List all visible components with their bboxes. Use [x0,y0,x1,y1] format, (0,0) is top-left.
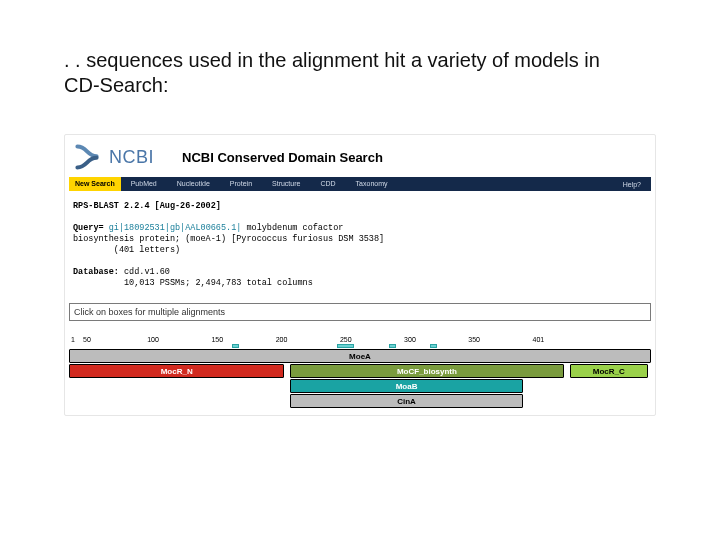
ncbi-logo: NCBI [71,143,154,171]
page-title: NCBI Conserved Domain Search [182,150,383,165]
multi-align-tip-field [69,303,651,321]
domain-track-row2: MocR_N MoCF_biosynth MocR_C [69,364,651,378]
ruler-tick: 250 [340,336,404,343]
ruler-tick: 50 [83,336,147,343]
nav-help[interactable]: Help? [613,181,651,188]
ruler-tick: 1 [71,336,83,343]
domain-label: MocR_N [161,367,193,376]
domain-label: MoCF_biosynth [397,367,457,376]
slide-heading: . . sequences used in the alignment hit … [64,48,624,98]
domain-track-moea: MoeA [69,349,651,363]
database-label: Database: [73,267,119,277]
ncbi-logo-text: NCBI [109,147,154,168]
domain-label: MoaB [396,382,418,391]
domain-track-moab: MoaB [69,379,651,393]
ruler-tick: 300 [404,336,468,343]
feature-ticks [69,344,651,348]
domain-label: CinA [397,397,416,406]
domain-bar-mocf[interactable]: MoCF_biosynth [290,364,564,378]
domain-bar-moea[interactable]: MoeA [69,349,651,363]
screenshot-panel: NCBI NCBI Conserved Domain Search New Se… [64,134,656,416]
navbar: New Search PubMed Nucleotide Protein Str… [69,177,651,191]
nav-new-search[interactable]: New Search [69,177,121,191]
ruler-tick: 200 [276,336,340,343]
ruler-tick: 401 [533,336,597,343]
database-name: cdd.v1.60 [119,267,170,277]
ruler-tick: 100 [147,336,211,343]
query-desc-1: molybdenum cofactor [241,223,343,233]
ncbi-helix-icon [71,143,103,171]
domain-bar-mocrn[interactable]: MocR_N [69,364,284,378]
domain-label: MocR_C [593,367,625,376]
result-metadata: RPS-BLAST 2.2.4 [Aug-26-2002] Query= gi|… [69,191,651,301]
nav-protein[interactable]: Protein [220,177,262,191]
query-desc-2: biosynthesis protein; (moeA-1) [Pyrococc… [73,234,384,244]
domain-label: MoeA [349,352,371,361]
query-accession-link[interactable]: gi|18092531|gb|AAL00665.1| [104,223,242,233]
nav-structure[interactable]: Structure [262,177,310,191]
nav-cdd[interactable]: CDD [310,177,345,191]
nav-nucleotide[interactable]: Nucleotide [167,177,220,191]
domain-track-cina: CinA [69,394,651,408]
query-label: Query= [73,223,104,233]
ruler-tick: 350 [468,336,532,343]
rpsblast-version: RPS-BLAST 2.2.4 [Aug-26-2002] [73,201,221,211]
nav-taxonomy[interactable]: Taxonomy [346,177,398,191]
domain-bar-mocrc[interactable]: MocR_C [570,364,649,378]
ncbi-header: NCBI NCBI Conserved Domain Search [69,139,651,177]
database-stats: 10,013 PSSMs; 2,494,783 total columns [73,278,313,288]
position-ruler: 1 50 100 150 200 250 300 350 401 [69,329,651,343]
domain-bar-moab[interactable]: MoaB [290,379,523,393]
query-length: (401 letters) [73,245,180,255]
nav-pubmed[interactable]: PubMed [121,177,167,191]
multi-align-tip [69,301,651,321]
ruler-tick: 150 [211,336,275,343]
domain-bar-cina[interactable]: CinA [290,394,523,408]
